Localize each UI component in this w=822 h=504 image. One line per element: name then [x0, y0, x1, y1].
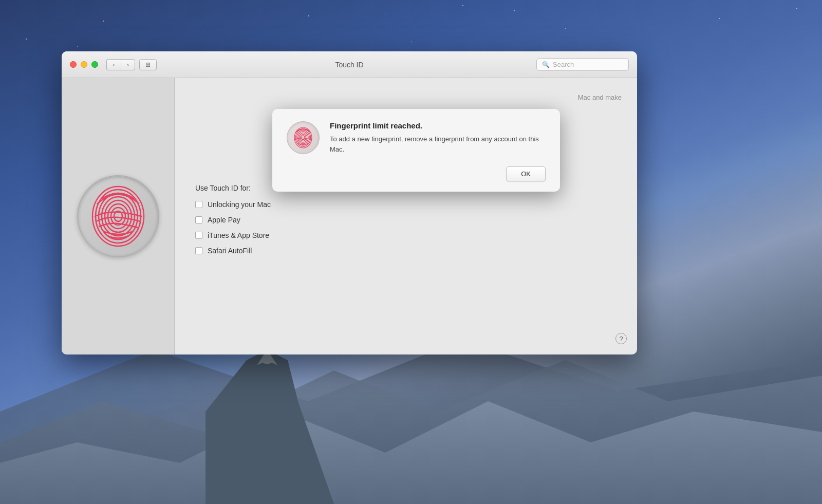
- search-icon: 🔍: [542, 61, 550, 68]
- svg-point-17: [297, 130, 310, 145]
- navigation-buttons: ‹ ›: [106, 59, 135, 70]
- dialog-footer: OK: [287, 166, 546, 181]
- close-button[interactable]: [70, 61, 77, 68]
- grid-icon: ⊞: [145, 61, 151, 68]
- window-content-area: Mac and make Add a fingerprint Use Touch…: [62, 78, 637, 354]
- fingerprint-limit-dialog: Fingerprint limit reached. To add a new …: [272, 109, 560, 192]
- forward-button[interactable]: ›: [121, 59, 135, 70]
- maximize-button[interactable]: [91, 61, 98, 68]
- search-placeholder: Search: [553, 61, 574, 68]
- ok-button[interactable]: OK: [506, 166, 546, 181]
- grid-view-button[interactable]: ⊞: [139, 59, 157, 70]
- back-button[interactable]: ‹: [106, 59, 121, 70]
- fingerprint-container: [72, 170, 164, 263]
- system-preferences-window: ‹ › ⊞ Touch ID 🔍 Search: [62, 51, 637, 354]
- minimize-button[interactable]: [81, 61, 87, 68]
- traffic-lights: [70, 61, 98, 68]
- dialog-inner: Fingerprint limit reached. To add a new …: [287, 121, 546, 154]
- svg-point-8: [105, 200, 132, 232]
- svg-point-16: [298, 132, 308, 144]
- sidebar: [62, 78, 175, 354]
- fingerprint-image: [85, 183, 152, 250]
- dialog-fingerprint-icon: [287, 121, 320, 154]
- svg-point-13: [302, 136, 305, 140]
- dialog-overlay: Fingerprint limit reached. To add a new …: [175, 78, 637, 354]
- window-titlebar: ‹ › ⊞ Touch ID 🔍 Search: [62, 51, 637, 78]
- search-box[interactable]: 🔍 Search: [536, 58, 629, 71]
- svg-point-14: [301, 134, 306, 141]
- dialog-body: To add a new fingerprint, remove a finge…: [330, 134, 546, 154]
- fingerprint-circle: [77, 175, 159, 257]
- window-title: Touch ID: [335, 61, 363, 69]
- dialog-fingerprint-svg: [290, 125, 316, 151]
- svg-point-6: [111, 208, 125, 225]
- dialog-text-area: Fingerprint limit reached. To add a new …: [330, 121, 546, 154]
- svg-point-12: [92, 186, 144, 246]
- dialog-title: Fingerprint limit reached.: [330, 121, 546, 130]
- main-content: Mac and make Add a fingerprint Use Touch…: [175, 78, 637, 354]
- svg-point-9: [102, 197, 135, 236]
- back-icon: ‹: [113, 62, 115, 68]
- forward-icon: ›: [127, 62, 129, 68]
